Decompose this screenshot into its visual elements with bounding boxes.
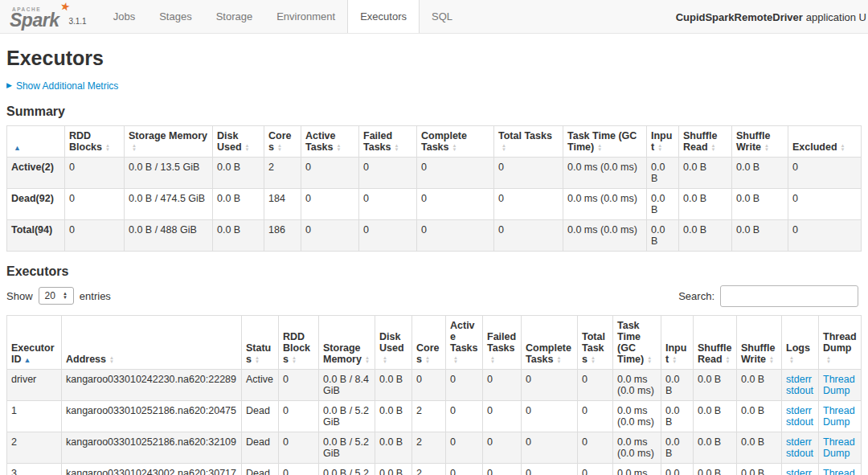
summary-col-shuffle-write[interactable]: Shuffle Write xyxy=(732,125,788,157)
stdout-link[interactable]: stdout xyxy=(786,448,814,459)
nav-tab-environment[interactable]: Environment xyxy=(264,0,347,33)
sort-icon xyxy=(105,144,110,152)
summary-col-total-tasks[interactable]: Total Tasks xyxy=(494,125,563,157)
col-task-time[interactable]: Task Time (GC Time) xyxy=(613,315,661,369)
summary-col-storage-memory[interactable]: Storage Memory xyxy=(125,125,213,157)
stderr-link[interactable]: stderr xyxy=(786,436,814,448)
summary-col-input[interactable]: Input xyxy=(647,125,679,157)
sort-icon xyxy=(672,356,677,364)
thread-dump-link[interactable]: Thread Dump xyxy=(823,374,855,396)
summary-col-failed-tasks[interactable]: Failed Tasks xyxy=(359,125,417,157)
cell: 0 xyxy=(483,369,522,400)
col-executor-id[interactable]: Executor ID xyxy=(7,315,62,369)
cell: 0.0 B xyxy=(647,219,679,251)
summary-col-active-tasks[interactable]: Active Tasks xyxy=(301,125,359,157)
thread-dump-link[interactable]: Thread Dump xyxy=(823,405,855,428)
summary-col-disk-used[interactable]: Disk Used xyxy=(213,125,264,157)
cell: 0.0 B xyxy=(737,463,782,475)
sort-icon xyxy=(764,144,769,152)
cell: 0.0 B xyxy=(694,369,737,400)
col-thread-dump[interactable]: Thread Dump xyxy=(819,315,862,369)
entries-select[interactable]: 20 xyxy=(39,287,74,305)
logs-cell: stderr stdout xyxy=(782,369,819,400)
col-logs[interactable]: Logs xyxy=(782,315,819,369)
col-status[interactable]: Status xyxy=(242,315,279,369)
col-label: Failed Tasks xyxy=(487,331,516,354)
col-shuffle-write[interactable]: Shuffle Write xyxy=(737,315,782,369)
stdout-link[interactable]: stdout xyxy=(786,385,814,396)
sort-icon xyxy=(425,356,430,364)
col-label: Task Time (GC Time) xyxy=(567,130,637,153)
cell: 0 xyxy=(65,219,125,251)
cell: 0.0 B xyxy=(694,463,737,475)
col-rdd-blocks[interactable]: RDD Blocks xyxy=(279,315,319,369)
sort-icon xyxy=(711,144,716,152)
col-cores[interactable]: Cores xyxy=(412,315,446,369)
col-shuffle-read[interactable]: Shuffle Read xyxy=(694,315,737,369)
row-label: Total(94) xyxy=(7,219,65,251)
stderr-link[interactable]: stderr xyxy=(786,405,814,416)
col-failed-tasks[interactable]: Failed Tasks xyxy=(483,315,522,369)
summary-row-active: Active(2) 0 0.0 B / 13.5 GiB 0.0 B 2 0 0… xyxy=(7,157,862,188)
col-active-tasks[interactable]: Active Tasks xyxy=(446,315,483,369)
col-storage-memory[interactable]: Storage Memory xyxy=(319,315,375,369)
col-label: Active Tasks xyxy=(305,130,336,153)
col-disk-used[interactable]: Disk Used xyxy=(375,315,412,369)
summary-header-row: RDD Blocks Storage Memory Disk Used Core… xyxy=(7,125,862,157)
summary-col-row-label[interactable] xyxy=(7,125,65,157)
search-input[interactable] xyxy=(720,285,858,307)
spark-logo[interactable]: APACHESpark 3.1.1 xyxy=(0,0,93,33)
summary-col-complete-tasks[interactable]: Complete Tasks xyxy=(417,125,494,157)
nav-tabs: Jobs Stages Storage Environment Executor… xyxy=(101,0,465,33)
select-arrows-icon xyxy=(63,292,68,300)
show-additional-metrics-label: Show Additional Metrics xyxy=(16,80,118,92)
stdout-link[interactable]: stdout xyxy=(786,416,814,428)
cell: 0 xyxy=(578,463,613,475)
nav-tab-sql[interactable]: SQL xyxy=(420,0,465,33)
nav-tab-jobs[interactable]: Jobs xyxy=(101,0,147,33)
logs-cell: stderr stdout xyxy=(782,432,819,463)
stderr-link[interactable]: stderr xyxy=(786,374,814,385)
summary-col-task-time[interactable]: Task Time (GC Time) xyxy=(563,125,647,157)
cell: 0 xyxy=(788,188,862,219)
table-row: 1 kangaroo033010252186.na620:20475 Dead … xyxy=(7,400,862,432)
spark-star-icon xyxy=(59,0,72,13)
col-address[interactable]: Address xyxy=(62,315,242,369)
cell: 0 xyxy=(578,400,613,432)
sort-icon xyxy=(132,144,137,152)
cell: 0.0 B xyxy=(679,188,732,219)
summary-col-excluded[interactable]: Excluded xyxy=(788,125,862,157)
cell: 0.0 B xyxy=(661,463,694,475)
cell: 0 xyxy=(301,188,359,219)
sort-icon xyxy=(453,356,458,364)
thread-dump-link[interactable]: Thread Dump xyxy=(823,436,855,459)
cell: 0 xyxy=(494,157,563,188)
col-complete-tasks[interactable]: Complete Tasks xyxy=(522,315,578,369)
cell: 0 xyxy=(279,463,319,475)
status-cell: Dead xyxy=(242,432,279,463)
nav-tab-stages[interactable]: Stages xyxy=(147,0,203,33)
col-total-tasks[interactable]: Total Tasks xyxy=(578,315,613,369)
logs-cell: stderr stdout xyxy=(782,463,819,475)
nav-tab-executors[interactable]: Executors xyxy=(347,0,420,33)
sort-icon xyxy=(557,356,562,364)
sort-icon xyxy=(277,144,282,152)
summary-heading: Summary xyxy=(6,104,862,119)
cell: 0 xyxy=(279,432,319,463)
summary-col-rdd-blocks[interactable]: RDD Blocks xyxy=(65,125,125,157)
address-cell: kangaroo033010252186.na620:32109 xyxy=(62,432,242,463)
thread-dump-link[interactable]: Thread Dump xyxy=(823,468,855,475)
sort-icon xyxy=(337,144,342,152)
stderr-link[interactable]: stderr xyxy=(786,468,814,475)
cell: 0 xyxy=(301,219,359,251)
nav-tab-storage[interactable]: Storage xyxy=(204,0,265,33)
cell: 0 xyxy=(279,400,319,432)
row-label: Active(2) xyxy=(7,157,65,188)
cell: 0 xyxy=(412,369,446,400)
col-input[interactable]: Input xyxy=(661,315,694,369)
summary-col-cores[interactable]: Cores xyxy=(264,125,301,157)
show-additional-metrics-toggle[interactable]: Show Additional Metrics xyxy=(6,80,118,92)
summary-col-shuffle-read[interactable]: Shuffle Read xyxy=(679,125,732,157)
thread-dump-cell: Thread Dump xyxy=(819,463,862,475)
sort-icon xyxy=(647,356,652,364)
